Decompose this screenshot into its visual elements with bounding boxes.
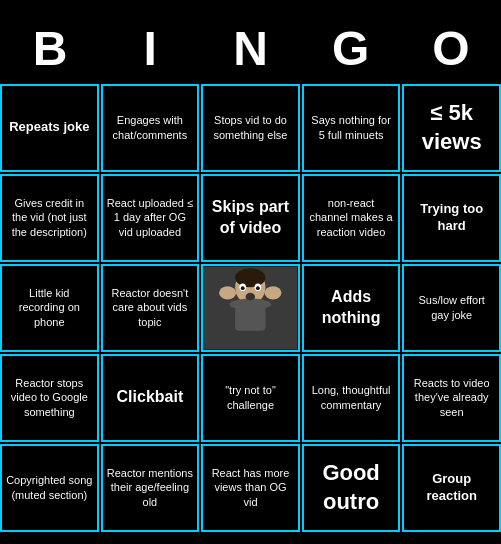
cell-4-0: Copyrighted song (muted section) [0,444,99,532]
person-reaction-icon [203,266,298,350]
cell-text-0-4: ≤ 5k views [408,99,495,156]
cell-text-2-0: Little kid recording on phone [6,286,93,329]
cell-text-4-0: Copyrighted song (muted section) [6,473,93,502]
cell-2-3: Adds nothing [302,264,401,352]
cell-text-3-2: "try not to" challenge [207,383,294,412]
letter-g: G [301,21,401,76]
svg-point-7 [246,292,255,300]
cell-1-3: non-react channel makes a reaction video [302,174,401,262]
letter-n: N [200,21,300,76]
svg-point-10 [241,286,245,290]
cell-0-3: Says nothing for 5 full minuets [302,84,401,172]
cell-text-4-1: Reactor mentions their age/feeling old [107,466,194,509]
cell-3-0: Reactor stops video to Google something [0,354,99,442]
cell-text-2-1: Reactor doesn't care about vids topic [107,286,194,329]
cell-1-4: Trying too hard [402,174,501,262]
cell-text-2-3: Adds nothing [308,287,395,329]
bingo-title: B I N G O [0,13,501,84]
cell-text-2-4: Sus/low effort gay joke [408,293,495,322]
cell-text-1-1: React uploaded ≤ 1 day after OG vid uplo… [107,196,194,239]
cell-3-4: Reacts to video they've already seen [402,354,501,442]
bingo-card: B I N G O Repeats joke Engages with chat… [0,13,501,532]
letter-b: B [0,21,100,76]
cell-3-3: Long, thoughtful commentary [302,354,401,442]
svg-point-11 [256,286,260,290]
cell-4-4: Group reaction [402,444,501,532]
cell-4-1: Reactor mentions their age/feeling old [101,444,200,532]
cell-text-3-1: Clickbait [117,387,184,408]
cell-1-1: React uploaded ≤ 1 day after OG vid uplo… [101,174,200,262]
cell-2-2-center [201,264,300,352]
cell-1-0: Gives credit in the vid (not just the de… [0,174,99,262]
cell-text-4-3: Good outro [308,459,395,516]
cell-text-0-0: Repeats joke [9,119,89,136]
svg-point-4 [265,286,282,299]
cell-text-3-3: Long, thoughtful commentary [308,383,395,412]
cell-text-1-3: non-react channel makes a reaction video [308,196,395,239]
cell-2-0: Little kid recording on phone [0,264,99,352]
cell-text-1-4: Trying too hard [408,201,495,235]
cell-4-2: React has more views than OG vid [201,444,300,532]
bingo-grid: Repeats joke Engages with chat/comments … [0,84,501,532]
svg-point-2 [235,268,265,287]
cell-text-4-2: React has more views than OG vid [207,466,294,509]
letter-i: I [100,21,200,76]
cell-0-4: ≤ 5k views [402,84,501,172]
cell-text-3-4: Reacts to video they've already seen [408,376,495,419]
cell-0-0: Repeats joke [0,84,99,172]
cell-0-2: Stops vid to do something else [201,84,300,172]
cell-text-1-2: Skips part of video [207,197,294,239]
cell-text-0-1: Engages with chat/comments [107,113,194,142]
cell-2-4: Sus/low effort gay joke [402,264,501,352]
cell-2-1: Reactor doesn't care about vids topic [101,264,200,352]
cell-1-2: Skips part of video [201,174,300,262]
cell-3-2: "try not to" challenge [201,354,300,442]
cell-0-1: Engages with chat/comments [101,84,200,172]
cell-text-0-3: Says nothing for 5 full minuets [308,113,395,142]
cell-4-3: Good outro [302,444,401,532]
cell-3-1: Clickbait [101,354,200,442]
cell-text-3-0: Reactor stops video to Google something [6,376,93,419]
svg-point-3 [219,286,236,299]
cell-text-0-2: Stops vid to do something else [207,113,294,142]
cell-text-4-4: Group reaction [408,471,495,505]
cell-text-1-0: Gives credit in the vid (not just the de… [6,196,93,239]
letter-o: O [401,21,501,76]
